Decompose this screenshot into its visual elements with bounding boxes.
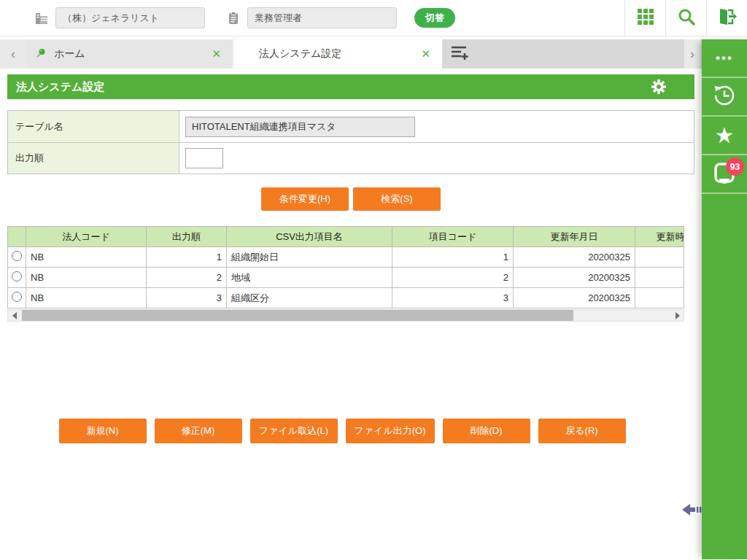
scrollbar-left-arrow[interactable] [8, 310, 20, 321]
search-button[interactable] [665, 0, 706, 36]
logout-button[interactable] [706, 0, 747, 36]
add-tab-icon [449, 44, 468, 63]
ellipsis-icon: ••• [716, 51, 733, 66]
back-button[interactable]: 戻る(R) [538, 419, 626, 443]
form-row-output-order: 出力順 [8, 142, 694, 174]
col-updated-time: 更新時刻 [635, 227, 685, 247]
settings-gear-icon[interactable] [651, 79, 667, 95]
col-output-order: 出力順 [147, 227, 227, 247]
bottom-action-buttons: 新規(N) 修正(M) ファイル取込(L) ファイル出力(O) 削除(D) 戻る… [0, 419, 684, 443]
page-title-bar: 法人システム設定 [7, 74, 694, 99]
output-order-label: 出力順 [8, 143, 179, 174]
role-input[interactable] [247, 7, 397, 28]
cell-updated-date: 20200325 [514, 247, 635, 268]
right-sidebar: ••• ★ 93 [702, 39, 747, 559]
sidebar-favorites-button[interactable]: ★ [702, 117, 747, 155]
table-header-row: 法人コード 出力順 CSV出力項目名 項目コード 更新年月日 更新時刻 [8, 227, 685, 247]
apps-grid-icon [636, 7, 655, 29]
sidebar-history-button[interactable] [702, 78, 747, 117]
logout-icon [717, 7, 738, 30]
sidebar-notifications-button[interactable]: 93 [702, 155, 747, 194]
chevron-right-icon: › [690, 47, 694, 62]
cell-updated-date: 20200325 [514, 268, 635, 288]
role-wrap [225, 7, 397, 28]
cell-updated-time [635, 247, 685, 268]
table-name-label: テーブル名 [8, 111, 179, 142]
cell-csv-item-name: 組織区分 [227, 288, 392, 308]
topbar-left: 切替 [0, 7, 455, 28]
switch-button[interactable]: 切替 [414, 8, 455, 28]
collapse-panel-arrow-icon[interactable] [681, 502, 703, 518]
tabs-scroll-left-button[interactable]: ‹ [0, 39, 26, 69]
cell-corp-code: NB [26, 247, 147, 268]
results-table-wrap: 法人コード 出力順 CSV出力項目名 項目コード 更新年月日 更新時刻 NB 1… [7, 226, 684, 308]
cell-output-order: 1 [147, 247, 227, 268]
horizontal-scrollbar[interactable] [7, 309, 684, 322]
tab-corporate-system-settings[interactable]: 法人システム設定 ✕ [234, 39, 442, 69]
row-radio[interactable] [12, 292, 22, 302]
search-icon [677, 7, 696, 29]
cell-item-code: 1 [392, 247, 514, 268]
scrollbar-thumb[interactable] [22, 310, 573, 321]
file-export-button[interactable]: ファイル出力(O) [346, 419, 435, 443]
topbar: 切替 [0, 0, 747, 36]
select-column-header [8, 227, 26, 247]
col-csv-item-name: CSV出力項目名 [227, 227, 392, 247]
tab-home[interactable]: ホーム ✕ [26, 39, 234, 69]
triangle-left-icon [12, 312, 17, 319]
cell-output-order: 2 [147, 268, 227, 288]
tab-strip: ‹ ホーム ✕ 法人システム設定 ✕ › [0, 39, 702, 69]
scrollbar-right-arrow[interactable] [671, 310, 684, 321]
company-input[interactable] [55, 7, 205, 28]
triangle-right-icon [676, 312, 680, 319]
table-row[interactable]: NB 1 組織開始日 1 20200325 [8, 247, 685, 268]
form-row-table-name: テーブル名 [8, 111, 694, 142]
cell-corp-code: NB [26, 288, 147, 308]
sidebar-more-button[interactable]: ••• [702, 39, 747, 78]
building-icon [34, 10, 50, 26]
tab-home-label: ホーム [47, 47, 209, 61]
cell-item-code: 3 [392, 288, 514, 308]
history-icon [712, 83, 737, 111]
table-name-input[interactable] [185, 117, 415, 137]
output-order-value-cell [179, 143, 694, 174]
new-button[interactable]: 新規(N) [59, 419, 147, 443]
col-corp-code: 法人コード [26, 227, 147, 247]
tab-current-close-icon[interactable]: ✕ [418, 47, 433, 61]
cell-output-order: 3 [147, 288, 227, 308]
sidebar-spacer [702, 194, 747, 486]
modify-button[interactable]: 修正(M) [155, 419, 242, 443]
table-row[interactable]: NB 3 組織区分 3 20200325 [8, 288, 685, 308]
table-name-value-cell [179, 111, 694, 142]
main-row: ‹ ホーム ✕ 法人システム設定 ✕ › [0, 39, 747, 559]
chevron-left-icon: ‹ [11, 47, 15, 62]
cell-updated-date: 20200325 [514, 288, 635, 308]
apps-grid-button[interactable] [624, 0, 665, 36]
delete-button[interactable]: 削除(D) [443, 419, 530, 443]
topbar-right [624, 0, 747, 36]
output-order-input[interactable] [185, 148, 223, 168]
tab-home-close-icon[interactable]: ✕ [209, 47, 224, 61]
tabs-scroll-right-button[interactable]: › [684, 39, 700, 69]
file-import-button[interactable]: ファイル取込(L) [250, 419, 338, 443]
search-action-buttons: 条件変更(H) 検索(S) [0, 187, 702, 211]
results-table: 法人コード 出力順 CSV出力項目名 項目コード 更新年月日 更新時刻 NB 1… [7, 226, 684, 308]
add-tab-button[interactable] [442, 39, 476, 69]
cell-updated-time [635, 288, 685, 308]
clipboard-icon [225, 10, 241, 26]
cell-updated-time [635, 268, 685, 288]
notification-count-badge: 93 [726, 158, 744, 176]
pin-icon [35, 47, 47, 61]
content-area: ‹ ホーム ✕ 法人システム設定 ✕ › [0, 39, 702, 559]
col-updated-date: 更新年月日 [514, 227, 635, 247]
row-radio[interactable] [12, 251, 22, 261]
search-submit-button[interactable]: 検索(S) [353, 187, 441, 211]
tab-current-label: 法人システム設定 [243, 47, 418, 61]
table-row[interactable]: NB 2 地域 2 20200325 [8, 268, 685, 288]
cell-item-code: 2 [392, 268, 514, 288]
cell-corp-code: NB [26, 268, 147, 288]
change-conditions-button[interactable]: 条件変更(H) [261, 187, 349, 211]
row-radio[interactable] [12, 271, 22, 281]
cell-csv-item-name: 組織開始日 [227, 247, 392, 268]
col-item-code: 項目コード [392, 227, 514, 247]
